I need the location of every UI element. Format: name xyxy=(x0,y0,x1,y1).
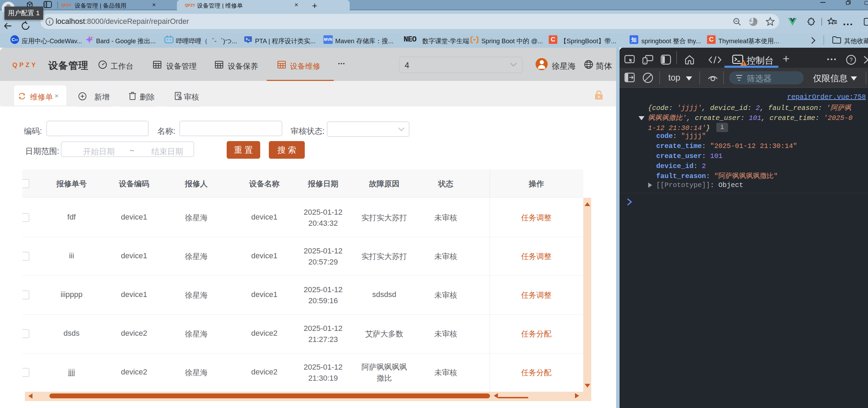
svg-text:?: ? xyxy=(849,57,852,63)
